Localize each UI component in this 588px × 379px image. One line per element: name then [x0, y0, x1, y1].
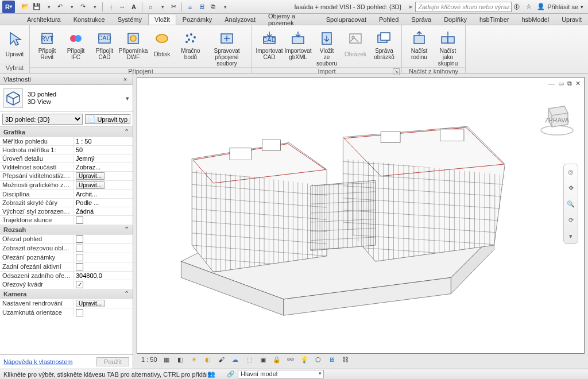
tab-systémy[interactable]: Systémy	[111, 14, 148, 25]
3d-dropdown[interactable]	[157, 2, 167, 11]
dwf-markup-button[interactable]: Připomínka DWF	[119, 28, 147, 61]
import-gbxml-button[interactable]: Importovat gbXML	[284, 28, 312, 61]
3d-viewport[interactable]: — ▭ ⧉ ✕ ZPRAVA ◎ ✥ 🔍 ⟳ ▾	[137, 77, 585, 354]
sun-path-icon[interactable]: ☀	[189, 355, 199, 364]
prop-edit-button[interactable]: Upravit...	[76, 300, 105, 307]
prop-edit-button[interactable]: Upravit...	[76, 172, 105, 180]
prop-checkbox[interactable]	[76, 309, 83, 316]
crop-region-icon[interactable]: ▣	[258, 355, 268, 364]
lock-3d-icon[interactable]: 🔒	[272, 355, 281, 364]
nav-more-icon[interactable]: ▾	[566, 231, 576, 241]
prop-checkbox[interactable]	[76, 216, 83, 224]
properties-help-link[interactable]: Nápověda k vlastnostem	[3, 358, 72, 365]
tab-objemy a pozemek[interactable]: Objemy a pozemek	[262, 14, 320, 25]
tab-hsbmodel[interactable]: hsbModel	[515, 14, 555, 25]
tab-vložit[interactable]: Vložit	[148, 14, 176, 25]
tab-upravit[interactable]: Upravit	[555, 14, 588, 25]
view-cube[interactable]: ZPRAVA	[538, 99, 576, 137]
orbit-icon[interactable]: ⟳	[566, 215, 576, 225]
pan-icon[interactable]: ✥	[566, 183, 576, 193]
thin-lines-icon[interactable]: ≡	[185, 2, 195, 11]
view-minimize-icon[interactable]: —	[548, 80, 555, 87]
text-icon[interactable]: A	[129, 2, 138, 11]
manage-links-button[interactable]: Spravovat připojené soubory	[206, 28, 248, 67]
save-dropdown-icon[interactable]	[44, 2, 53, 11]
sign-in-button[interactable]: 👤 Přihlásit se ▾	[537, 3, 583, 10]
prop-checkbox[interactable]	[76, 263, 83, 270]
insert-file-button[interactable]: Vložit ze souboru	[313, 28, 341, 67]
crop-view-icon[interactable]: ⬚	[245, 355, 254, 364]
view-close-icon[interactable]: ✕	[575, 80, 581, 87]
edit-type-button[interactable]: 📄 Upravit typ	[85, 114, 130, 124]
undo-icon[interactable]: ↶	[55, 2, 64, 11]
close-hidden-icon[interactable]: ⊞	[197, 2, 206, 11]
visual-style-icon[interactable]: ◧	[176, 355, 185, 364]
prop-group-kamera[interactable]: Kamera⌃	[0, 289, 133, 299]
prop-checkbox[interactable]	[76, 235, 83, 243]
save-icon[interactable]: 💾	[32, 2, 41, 11]
tab-správa[interactable]: Správa	[405, 14, 438, 25]
type-selector[interactable]: 3D pohled 3D View	[28, 91, 56, 106]
section-icon[interactable]: ✂	[169, 2, 178, 11]
point-cloud-button[interactable]: Mračno bodů	[177, 28, 204, 61]
workset-icon[interactable]: 👥	[207, 370, 216, 379]
active-workset-combo[interactable]: Hlavní model	[238, 370, 324, 378]
subscription-icon[interactable]: 🛈	[512, 2, 521, 11]
redo-dropdown[interactable]	[90, 2, 99, 11]
load-group-button[interactable]: Načíst jako skupinu	[434, 28, 462, 67]
tab-pohled[interactable]: Pohled	[373, 14, 405, 25]
apply-button[interactable]: Použít	[96, 357, 129, 366]
link-ifc-button[interactable]: Připojit IFC	[62, 28, 90, 61]
prop-checkbox[interactable]: ✓	[76, 281, 83, 288]
steering-wheel-icon[interactable]: ◎	[566, 167, 576, 177]
decal-button[interactable]: Obtisk	[148, 28, 176, 61]
open-icon[interactable]: 📂	[21, 2, 30, 11]
render-cloud-icon[interactable]: ☁	[231, 355, 240, 364]
view-restore-icon[interactable]: ⧉	[567, 80, 572, 87]
tab-doplňky[interactable]: Doplňky	[438, 14, 473, 25]
prop-checkbox[interactable]	[76, 245, 83, 252]
zoom-icon[interactable]: 🔍	[566, 199, 576, 209]
keyword-search-input[interactable]: Zadejte klíčové slovo nebo výraz.	[415, 2, 512, 12]
view-scale-button[interactable]: 1 : 50	[141, 356, 157, 363]
import-dialog-launcher[interactable]: ↘	[393, 68, 400, 75]
tab-poznámky[interactable]: Poznámky	[176, 14, 218, 25]
switch-windows-icon[interactable]: ⧉	[208, 2, 218, 11]
align-dim-icon[interactable]: ↔	[118, 2, 127, 11]
prop-group-rozsah[interactable]: Rozsah⌃	[0, 225, 133, 234]
redo-icon[interactable]: ↷	[78, 2, 87, 11]
analytical-icon[interactable]: ⬡	[314, 355, 323, 364]
worksharing-display-icon[interactable]: 🖥	[327, 355, 336, 364]
link-cad-button[interactable]: CADPřipojit CAD	[91, 28, 118, 61]
star-icon[interactable]: ☆	[524, 2, 533, 11]
reveal-constraints-icon[interactable]: ⛓	[341, 355, 350, 364]
measure-icon[interactable]: ⟊	[106, 2, 115, 11]
panel-close-button[interactable]: ×	[121, 76, 129, 83]
modify-button[interactable]: Upravit	[3, 28, 26, 61]
manage-images-button[interactable]: Správa obrázků	[370, 28, 398, 61]
link-revit-button[interactable]: RVTPřipojit Revit	[33, 28, 61, 61]
load-family-button[interactable]: Načíst rodinu	[405, 28, 433, 61]
switch-dropdown[interactable]	[220, 2, 229, 11]
temp-hide-icon[interactable]: 👓	[286, 355, 295, 364]
tab-analyzovat[interactable]: Analyzovat	[218, 14, 262, 25]
tab-spolupracovat[interactable]: Spolupracovat	[320, 14, 373, 25]
instance-selector[interactable]: 3D pohled: {3D}	[2, 114, 83, 125]
view-maximize-icon[interactable]: ▭	[558, 80, 564, 87]
prop-value-input[interactable]	[76, 138, 131, 145]
type-dropdown-icon[interactable]: ▾	[126, 95, 129, 102]
render-dialog-icon[interactable]: 🖌	[217, 355, 226, 364]
3d-view-icon[interactable]: ⌂	[146, 2, 155, 11]
prop-group-grafika[interactable]: Grafika⌃	[0, 127, 133, 137]
prop-edit-button[interactable]: Upravit...	[76, 181, 105, 189]
tab-architektura[interactable]: Architektura	[21, 14, 67, 25]
shadows-icon[interactable]: ◐	[203, 355, 212, 364]
undo-dropdown[interactable]	[67, 2, 76, 11]
detail-level-icon[interactable]: ▦	[162, 355, 171, 364]
tab-hsbtimber[interactable]: hsbTimber	[473, 14, 516, 25]
import-cad-button[interactable]: CADImportovat CAD	[256, 28, 283, 61]
reveal-hidden-icon[interactable]: 💡	[300, 355, 309, 364]
tab-konstrukce[interactable]: Konstrukce	[67, 14, 111, 25]
prop-checkbox[interactable]	[76, 254, 83, 261]
editable-only-icon[interactable]: 🔗	[226, 370, 235, 379]
